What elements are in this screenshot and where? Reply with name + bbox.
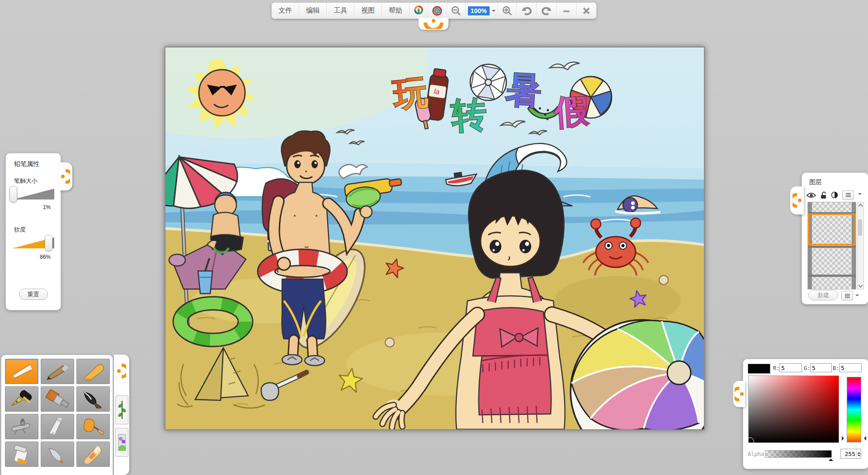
alpha-input[interactable] [841,449,856,458]
hue-bar[interactable] [847,377,861,442]
tool-wood-pencil[interactable] [41,359,74,384]
g-label: G: [804,365,810,371]
tool-paint-roller[interactable] [76,414,110,439]
menu-tools[interactable]: 工具 [326,3,354,19]
menu-help[interactable]: 帮助 [382,3,409,19]
layer-separator [808,275,856,277]
current-color-swatch[interactable] [748,364,770,374]
brush-size-slider[interactable] [13,187,54,200]
tool-detail-knife[interactable] [41,442,74,467]
stamp-image-button[interactable] [115,428,128,457]
title-char-1: 玩 [390,71,430,115]
layer-separator [808,246,856,248]
reset-button[interactable]: 重置 [19,289,48,300]
menu-edit[interactable]: 编辑 [299,3,326,19]
zoom-in-button[interactable] [498,3,516,19]
close-button[interactable] [576,3,596,19]
scrollbar-thumb[interactable] [858,219,862,236]
tool-crayon[interactable] [76,359,110,384]
globe-icon[interactable] [428,3,446,19]
title-char-2: 转 [449,93,488,136]
layers-title: 图层 [809,178,822,186]
selected-layer[interactable] [808,214,856,245]
app-window: 文件 编辑 工具 视图 帮助 [0,0,868,475]
b-label: B: [833,365,839,371]
lock-icon[interactable] [820,191,827,199]
zoom-caret-icon[interactable] [492,10,495,14]
tool-palette-knife[interactable] [41,414,74,439]
tool-paint-jar[interactable] [5,442,38,467]
r-label: R: [773,365,779,371]
layer-options [841,291,859,300]
alpha-spin-buttons[interactable] [856,449,861,458]
redo-button[interactable] [536,3,556,19]
brush-size-label: 笔触大小 [14,177,38,185]
alpha-label: Alpha [748,451,764,457]
layers-toolbar [807,190,863,200]
tool-ink-brush[interactable] [76,386,110,412]
color-picker-panel: R: G: B: Alpha [743,359,868,469]
svg-text:la: la [434,87,440,96]
layer-list[interactable] [807,202,856,290]
layers-panel: 图层 [802,172,868,304]
saturation-value-square[interactable] [748,375,839,443]
menu-file[interactable]: 文件 [272,3,299,19]
layer-options-caret-icon[interactable] [855,294,859,298]
brush-size-value: 1% [43,204,51,210]
brush-side-tab [114,355,129,475]
tool-airbrush[interactable] [5,414,38,439]
zoom-out-button[interactable] [447,3,465,19]
sv-cursor[interactable] [746,437,754,446]
r-input[interactable] [779,363,802,372]
tool-flat-brush[interactable] [41,386,74,412]
brush-size-handle[interactable] [9,186,17,202]
brush-grid [5,359,109,467]
scroll-down-icon[interactable] [858,284,863,288]
drawing-canvas[interactable]: la [165,47,705,430]
alpha-marker-icon[interactable] [829,456,833,461]
zoom-level-combo[interactable]: 100% [465,3,498,19]
color-panel-handle[interactable] [733,381,745,407]
tool-eraser-crayon[interactable] [76,442,110,467]
alpha-gradient [765,451,831,457]
softness-handle[interactable] [45,235,52,251]
layer-scrollbar[interactable] [857,202,864,290]
zoom-level-value[interactable]: 100% [468,6,490,15]
pencil-properties-panel: 铅笔属性 笔触大小 1% 软度 86% 重置 [5,153,61,310]
toolbar-drag-handle[interactable] [419,18,448,30]
layer-options-button[interactable] [841,291,853,300]
new-layer-button[interactable]: 新建 [808,290,838,300]
alpha-slider[interactable] [765,450,832,458]
layers-panel-handle[interactable] [790,186,804,214]
scroll-up-icon[interactable] [858,204,863,207]
pencil-panel-handle[interactable] [59,162,72,190]
softness-value: 86% [40,254,51,260]
plant-brush-button[interactable] [115,395,128,424]
title-char-3: 暑 [504,68,542,112]
title-char-4: 假 [552,90,590,133]
softness-label: 软度 [14,226,26,234]
layers-menu-caret-icon[interactable] [858,193,862,197]
tool-pen[interactable] [5,386,38,412]
app-logo-icon[interactable] [409,3,428,19]
layers-menu-button[interactable] [842,190,854,200]
visibility-eye-icon[interactable] [807,192,816,199]
g-input[interactable] [810,363,832,372]
pencil-panel-title: 铅笔属性 [14,160,39,168]
b-input[interactable] [839,363,862,372]
minimize-button[interactable] [557,3,576,19]
hue-marker-left-icon[interactable] [842,436,846,441]
undo-button[interactable] [516,3,536,19]
menu-view[interactable]: 视图 [354,3,382,19]
brush-panel-handle[interactable] [115,357,128,385]
hue-marker-right-icon[interactable] [862,436,866,441]
main-toolbar: 文件 编辑 工具 视图 帮助 [271,2,597,19]
brush-palette-panel [1,355,113,475]
tool-pencil[interactable] [5,359,38,384]
blend-contrast-icon[interactable] [831,191,838,199]
alpha-spinner [840,449,861,459]
